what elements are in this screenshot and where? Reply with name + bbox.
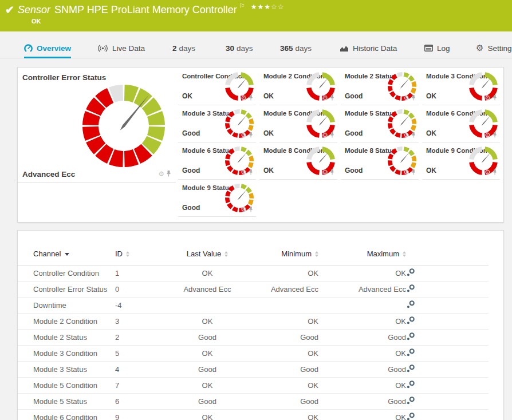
pin-icon[interactable] xyxy=(330,167,334,177)
id-cell: 2 xyxy=(115,330,170,346)
last-value-cell: OK xyxy=(170,266,245,282)
gauge-cell[interactable]: Module 5 ConditionOK⚙ xyxy=(259,105,337,142)
table-row: Module 5 Condition7OKOKOK xyxy=(18,378,489,394)
gauge-cell[interactable]: Module 3 ConditionOK⚙ xyxy=(422,68,500,105)
pin-icon[interactable] xyxy=(249,93,253,103)
id-cell: 4 xyxy=(115,362,170,378)
gauge-cell[interactable]: Module 2 ConditionOK⚙ xyxy=(259,68,337,105)
channel-cell: Module 2 Condition xyxy=(18,314,115,330)
id-cell: 7 xyxy=(115,378,170,394)
tab-label: Overview xyxy=(37,44,71,53)
column-header-last-value[interactable]: Last Value xyxy=(170,242,245,266)
gauge-cell[interactable]: Module 5 StatusGood⚙ xyxy=(341,105,419,142)
gear-icon[interactable]: ⚙ xyxy=(403,132,409,138)
minimum-cell: Good xyxy=(245,330,318,346)
tab-number: 365 xyxy=(280,44,293,53)
gauge-cell[interactable]: Controller ConditionOK⚙ xyxy=(178,68,256,105)
gear-icon[interactable]: ⚙ xyxy=(403,169,409,175)
channel-settings-icon[interactable] xyxy=(406,335,416,343)
last-value-cell: OK xyxy=(170,346,245,362)
gear-icon[interactable]: ⚙ xyxy=(241,207,247,212)
channel-cell: Module 6 Condition xyxy=(18,410,115,420)
channel-settings-icon[interactable] xyxy=(406,367,416,375)
gauge-cell[interactable]: Module 9 StatusGood⚙ xyxy=(178,180,256,217)
gear-icon[interactable]: ⚙ xyxy=(485,95,491,101)
column-header-minimum[interactable]: Minimum xyxy=(245,242,318,266)
tab-log[interactable]: Log xyxy=(424,31,450,58)
channel-settings-icon[interactable] xyxy=(406,303,416,311)
maximum-cell: Good xyxy=(318,394,406,410)
gear-icon[interactable]: ⚙ xyxy=(241,169,247,175)
gauge-cell[interactable]: Module 9 ConditionOK⚙ xyxy=(422,142,500,180)
gear-icon[interactable]: ⚙ xyxy=(322,132,328,138)
column-header-id[interactable]: ID xyxy=(115,242,170,266)
minimum-cell: OK xyxy=(245,314,318,330)
channel-settings-icon[interactable] xyxy=(406,415,416,420)
pin-icon[interactable] xyxy=(493,93,497,103)
id-cell: -4 xyxy=(115,298,170,314)
channel-cell: Downtime xyxy=(18,298,115,314)
gear-icon[interactable]: ⚙ xyxy=(241,132,247,138)
channel-settings-icon[interactable] xyxy=(406,399,416,407)
gear-icon[interactable]: ⚙ xyxy=(322,95,328,101)
gauge-cell[interactable]: Module 8 ConditionOK⚙ xyxy=(259,142,337,180)
gauge-icon xyxy=(24,44,33,53)
gauge-cell[interactable]: Module 3 StatusGood⚙ xyxy=(178,105,256,142)
tab-number: 30 xyxy=(226,44,234,53)
pin-icon[interactable] xyxy=(493,130,497,140)
tab-30-days[interactable]: 30days xyxy=(226,31,253,58)
tab-2-days[interactable]: 2days xyxy=(172,31,195,58)
pin-icon[interactable] xyxy=(411,93,416,103)
column-header-channel[interactable]: Channel xyxy=(18,242,115,266)
gauge-cell[interactable]: Module 2 StatusGood⚙ xyxy=(341,68,419,105)
last-value-cell: OK xyxy=(170,314,245,330)
pin-icon[interactable] xyxy=(493,167,497,177)
table-row: Module 3 Condition5OKOKOK xyxy=(18,346,489,362)
gauge-cell[interactable]: Module 6 ConditionOK⚙ xyxy=(422,105,500,142)
gear-icon[interactable]: ⚙ xyxy=(322,169,328,175)
tab-live-data[interactable]: Live Data xyxy=(97,31,145,58)
gear-icon[interactable]: ⚙ xyxy=(158,171,164,177)
featured-gauge-cell[interactable]: Controller Error Status Advanced Ecc ⚙ xyxy=(18,68,178,183)
gauge-value: OK xyxy=(263,92,274,100)
tab-historic-data[interactable]: Historic Data xyxy=(340,31,397,58)
pin-icon[interactable] xyxy=(166,169,171,179)
priority-stars[interactable]: ★★★☆☆ xyxy=(251,3,285,11)
table-row: Module 3 Status4GoodGoodGood xyxy=(18,362,489,378)
gear-icon[interactable]: ⚙ xyxy=(403,95,409,101)
last-value-cell: Good xyxy=(170,362,245,378)
pin-icon[interactable] xyxy=(249,204,253,215)
pin-icon[interactable] xyxy=(249,130,253,140)
pin-icon[interactable] xyxy=(249,167,253,177)
tab-label: days xyxy=(237,44,253,53)
channel-settings-icon[interactable] xyxy=(406,383,416,391)
tab-overview[interactable]: Overview xyxy=(24,31,71,58)
pin-icon[interactable] xyxy=(330,130,334,140)
controller-error-status-gauge xyxy=(78,80,170,172)
gauge-grid: Controller ConditionOK⚙Module 2 Conditio… xyxy=(178,68,503,217)
tab-365-days[interactable]: 365days xyxy=(280,31,312,58)
tab-settings[interactable]: ⚙Settings xyxy=(476,31,512,58)
channel-settings-icon[interactable] xyxy=(406,319,416,327)
table-row: Module 5 Status6GoodGoodGood xyxy=(18,394,489,410)
gear-icon[interactable]: ⚙ xyxy=(241,95,247,101)
gauge-cell[interactable]: Module 8 StatusGood⚙ xyxy=(341,142,419,180)
status-check-icon: ✔ xyxy=(5,3,14,17)
channel-cell: Controller Condition xyxy=(18,266,115,282)
last-value-cell: Good xyxy=(170,394,245,410)
gear-icon[interactable]: ⚙ xyxy=(485,132,491,138)
gear-icon[interactable]: ⚙ xyxy=(485,169,491,175)
pin-icon[interactable] xyxy=(330,93,334,103)
column-header-maximum[interactable]: Maximum xyxy=(318,242,406,266)
pin-icon[interactable] xyxy=(411,130,416,140)
maximum-cell: OK xyxy=(318,410,406,420)
channel-settings-icon[interactable] xyxy=(406,351,416,359)
gauge-cell[interactable]: Module 6 StatusGood⚙ xyxy=(178,142,256,180)
gauge-value: Good xyxy=(345,129,363,137)
channel-settings-icon[interactable] xyxy=(406,287,416,295)
channel-settings-icon[interactable] xyxy=(406,271,416,279)
pin-icon[interactable] xyxy=(411,167,416,177)
flag-icon[interactable]: ⚐ xyxy=(239,2,245,9)
channel-cell: Module 3 Status xyxy=(18,362,115,378)
gauge-value: OK xyxy=(263,167,274,175)
